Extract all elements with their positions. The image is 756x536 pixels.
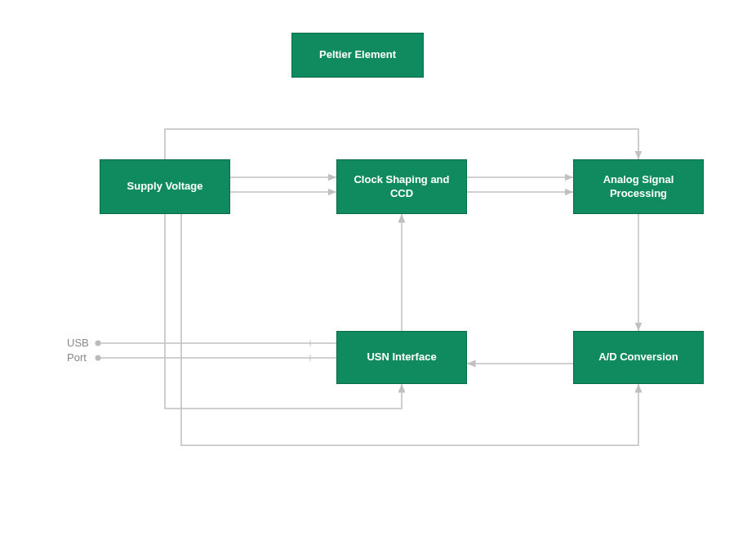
block-clock-shaping: Clock Shaping and CCD xyxy=(336,159,467,214)
block-ad-conversion: A/D Conversion xyxy=(573,331,704,384)
block-supply-voltage: Supply Voltage xyxy=(100,159,230,214)
block-usn-interface: USN Interface xyxy=(336,331,467,384)
block-peltier-label: Peltier Element xyxy=(319,48,396,62)
label-usb: USB xyxy=(67,337,89,349)
block-usn-label: USN Interface xyxy=(367,351,436,364)
block-clock-label: Clock Shaping and CCD xyxy=(344,173,460,201)
svg-point-8 xyxy=(96,355,101,361)
label-port: Port xyxy=(67,351,87,364)
connectors-layer xyxy=(0,0,756,536)
block-peltier: Peltier Element xyxy=(291,33,424,78)
svg-point-7 xyxy=(96,341,101,346)
block-analog-signal: Analog Signal Processing xyxy=(573,159,704,214)
block-analog-label: Analog Signal Processing xyxy=(580,173,696,201)
block-supply-label: Supply Voltage xyxy=(127,180,203,194)
block-ad-label: A/D Conversion xyxy=(598,351,678,364)
